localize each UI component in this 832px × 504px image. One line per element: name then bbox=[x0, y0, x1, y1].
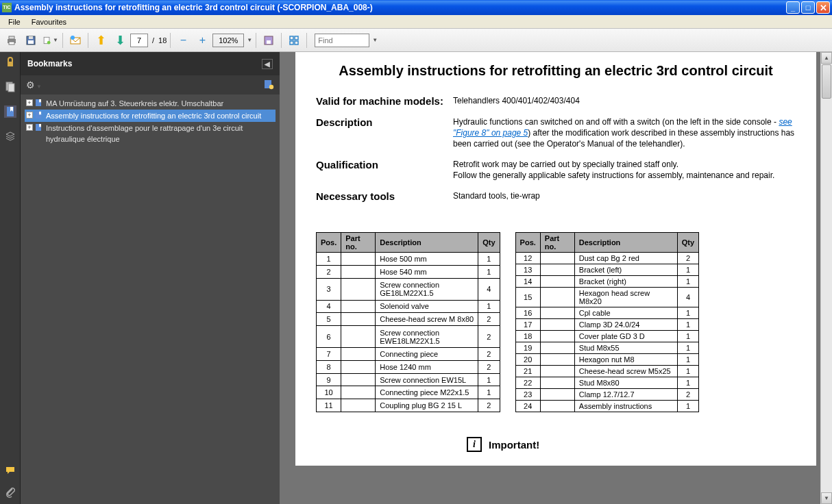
description-value: Hydraulic functions can switched on and … bbox=[453, 116, 796, 149]
page-down-button[interactable]: ⬇ bbox=[111, 32, 129, 49]
zoom-level[interactable]: 102% bbox=[212, 34, 244, 47]
minimize-button[interactable]: _ bbox=[786, 1, 800, 14]
layers-icon[interactable] bbox=[4, 130, 16, 142]
menubar: File Favourites bbox=[0, 15, 832, 29]
bookmarks-tree: +MA Umrüstung auf 3. Steuerkreis elektr.… bbox=[21, 94, 280, 504]
table-row: 4Solenoid valve1 bbox=[317, 300, 500, 313]
comment-icon[interactable] bbox=[4, 464, 16, 477]
scroll-up-button[interactable]: ▲ bbox=[821, 52, 832, 64]
table-row: 11Coupling plug BG 2 15 L2 bbox=[317, 399, 500, 412]
bookmark-label: Assembly instructions for retrofitting a… bbox=[46, 110, 274, 121]
table-row: 5Cheese-head screw M 8x802 bbox=[317, 313, 500, 326]
bookmarks-panel: Bookmarks ◀ ⚙▼ +MA Umrüstung auf 3. Steu… bbox=[21, 52, 280, 504]
svg-point-7 bbox=[47, 40, 51, 44]
tools-label: Necessary tools bbox=[316, 190, 453, 202]
th-part: Part no. bbox=[341, 233, 376, 253]
table-row: 6Screw connection EWE18LM22X1.52 bbox=[317, 326, 500, 348]
bookmarks-icon[interactable] bbox=[4, 105, 16, 118]
zoom-in-button[interactable]: + bbox=[193, 32, 211, 49]
save-copy-button[interactable] bbox=[260, 32, 278, 49]
important-label: Important! bbox=[489, 439, 539, 451]
scroll-down-button[interactable]: ▼ bbox=[821, 492, 832, 504]
page-up-button[interactable]: ⬆ bbox=[92, 32, 110, 49]
collapse-panel-button[interactable]: ◀ bbox=[262, 59, 273, 69]
maximize-button[interactable]: □ bbox=[801, 1, 815, 14]
scroll-thumb[interactable] bbox=[822, 64, 831, 99]
fullscreen-button[interactable] bbox=[285, 32, 303, 49]
page-number-input[interactable] bbox=[130, 34, 148, 47]
qualification-label: Qualification bbox=[316, 159, 453, 181]
vertical-scrollbar[interactable]: ▲ ▼ bbox=[820, 52, 832, 504]
th-pos: Pos. bbox=[317, 233, 341, 253]
table-row: 18Cover plate GD 3 D1 bbox=[515, 331, 699, 342]
svg-rect-15 bbox=[295, 41, 298, 45]
menu-file[interactable]: File bbox=[3, 16, 26, 27]
window-title: Assembly instructions for retrofitting a… bbox=[14, 3, 786, 12]
find-input[interactable] bbox=[315, 34, 369, 47]
th-part: Part no. bbox=[540, 233, 574, 253]
zoom-out-button[interactable]: − bbox=[174, 32, 192, 49]
svg-point-21 bbox=[269, 85, 273, 89]
th-desc: Description bbox=[376, 233, 478, 253]
attach-button[interactable]: ▼ bbox=[41, 32, 59, 49]
th-qty: Qty bbox=[677, 233, 698, 253]
table-row: 20Hexagon nut M81 bbox=[515, 354, 699, 366]
save-button[interactable] bbox=[22, 32, 40, 49]
table-row: 14Bracket (right)1 bbox=[515, 276, 699, 288]
bookmark-icon bbox=[35, 111, 43, 119]
svg-rect-12 bbox=[290, 36, 293, 40]
bookmark-label: Instructions d'assemblage pour le rattra… bbox=[46, 123, 274, 144]
svg-point-9 bbox=[71, 36, 75, 40]
bookmark-item[interactable]: +Assembly instructions for retrofitting … bbox=[25, 110, 276, 122]
table-row: 21Cheese-head screw M5x251 bbox=[515, 366, 699, 377]
bookmarks-heading: Bookmarks bbox=[27, 59, 72, 68]
table-row: 2Hose 540 mm1 bbox=[317, 265, 500, 278]
page-total: 18 bbox=[158, 36, 167, 45]
close-button[interactable]: ✕ bbox=[816, 1, 830, 14]
attachment-icon[interactable] bbox=[4, 486, 16, 499]
bookmark-item[interactable]: +MA Umrüstung auf 3. Steuerkreis elektr.… bbox=[25, 97, 276, 110]
bookmarks-new-icon[interactable] bbox=[263, 79, 274, 91]
pages-icon[interactable] bbox=[4, 81, 16, 93]
parts-table-2: Pos. Part no. Description Qty 12Dust cap… bbox=[515, 232, 700, 412]
svg-rect-1 bbox=[9, 36, 14, 39]
table-row: 8Hose 1240 mm2 bbox=[317, 360, 500, 373]
info-icon: i bbox=[467, 437, 482, 452]
bookmark-icon bbox=[35, 123, 43, 131]
svg-rect-11 bbox=[267, 40, 271, 44]
bookmark-icon bbox=[35, 99, 43, 107]
toolbar: ▼ ⬆ ⬇ / 18 − + 102%▼ ▼ bbox=[0, 29, 832, 52]
description-label: Description bbox=[316, 116, 453, 149]
app-icon: TIC bbox=[2, 3, 12, 12]
svg-rect-14 bbox=[290, 41, 293, 45]
find-dropdown-icon[interactable]: ▼ bbox=[372, 37, 378, 43]
bookmark-item[interactable]: +Instructions d'assemblage pour le rattr… bbox=[25, 122, 276, 145]
document-viewport: Assembly instructions for retrofitting a… bbox=[280, 52, 832, 504]
bookmarks-options-icon[interactable]: ⚙▼ bbox=[26, 79, 42, 90]
document-page: Assembly instructions for retrofitting a… bbox=[295, 52, 816, 466]
svg-rect-18 bbox=[8, 84, 14, 92]
menu-favourites[interactable]: Favourites bbox=[26, 16, 72, 27]
svg-rect-4 bbox=[29, 36, 33, 39]
table-row: 22Stud M8x801 bbox=[515, 377, 699, 389]
table-row: 23Clamp 12.7/12.72 bbox=[515, 389, 699, 401]
email-button[interactable] bbox=[66, 32, 84, 49]
security-icon[interactable] bbox=[4, 56, 16, 68]
table-row: 1Hose 500 mm1 bbox=[317, 253, 500, 266]
expand-icon[interactable]: + bbox=[26, 124, 33, 131]
expand-icon[interactable]: + bbox=[26, 99, 33, 106]
table-row: 17Clamp 3D 24.0/241 bbox=[515, 319, 699, 331]
tools-value: Standard tools, tie-wrap bbox=[453, 190, 796, 202]
print-button[interactable] bbox=[3, 32, 21, 49]
table-row: 19Stud M8x551 bbox=[515, 342, 699, 354]
th-desc: Description bbox=[574, 233, 677, 253]
expand-icon[interactable]: + bbox=[26, 112, 33, 118]
th-qty: Qty bbox=[478, 233, 500, 253]
nav-rail bbox=[0, 52, 21, 504]
parts-table-1: Pos. Part no. Description Qty 1Hose 500 … bbox=[316, 232, 500, 412]
table-row: 9Screw connection EW15L1 bbox=[317, 373, 500, 386]
window-titlebar: TIC Assembly instructions for retrofitti… bbox=[0, 0, 832, 15]
zoom-dropdown-icon[interactable]: ▼ bbox=[247, 37, 252, 43]
page-separator: / bbox=[152, 36, 154, 45]
table-row: 16Cpl cable1 bbox=[515, 307, 699, 319]
